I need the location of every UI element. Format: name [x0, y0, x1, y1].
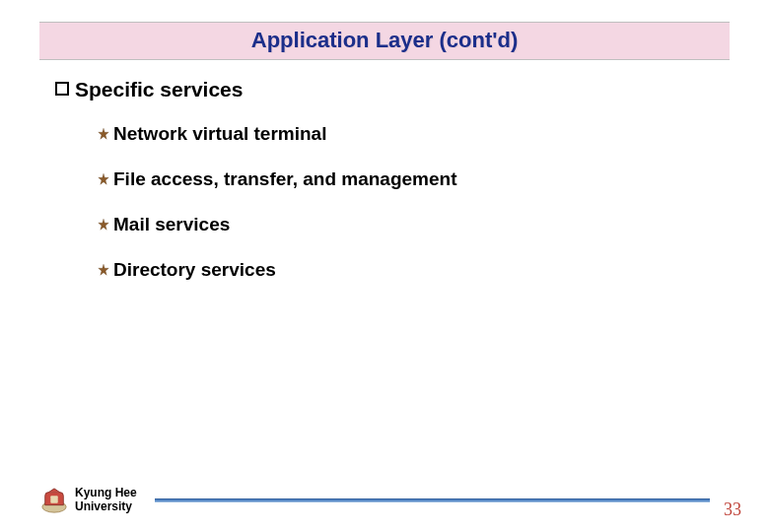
list-item: Mail services	[97, 214, 710, 235]
university-name: Kyung Hee University	[75, 487, 137, 514]
list-item: Network virtual terminal	[97, 123, 710, 145]
star-bullet-icon	[97, 127, 110, 141]
list-item-text: File access, transfer, and management	[113, 168, 457, 190]
list-item-text: Mail services	[113, 214, 230, 235]
list-item-text: Directory services	[113, 259, 276, 281]
university-name-line2: University	[75, 500, 137, 514]
star-bullet-icon	[97, 263, 110, 277]
university-logo-block: Kyung Hee University	[39, 487, 137, 514]
title-bar: Application Layer (cont'd)	[39, 22, 730, 60]
content-area: Specific services Network virtual termin…	[0, 60, 769, 281]
footer-divider-wrap	[137, 499, 720, 502]
list-item: File access, transfer, and management	[97, 168, 710, 190]
heading-text: Specific services	[75, 78, 243, 101]
svg-rect-5	[50, 496, 57, 502]
footer-divider	[155, 499, 710, 502]
page-number: 33	[720, 499, 741, 520]
svg-marker-1	[99, 173, 109, 184]
university-name-line1: Kyung Hee	[75, 487, 137, 500]
star-bullet-icon	[97, 172, 110, 186]
svg-marker-3	[99, 264, 109, 275]
svg-marker-0	[99, 128, 109, 139]
university-crest-icon	[39, 487, 69, 514]
svg-marker-2	[99, 219, 109, 230]
square-bullet-icon	[55, 82, 69, 96]
bullet-list: Network virtual terminal File access, tr…	[97, 123, 710, 281]
list-item: Directory services	[97, 259, 710, 281]
slide-title: Application Layer (cont'd)	[251, 28, 518, 52]
footer: Kyung Hee University 33	[39, 487, 741, 514]
heading-row: Specific services	[55, 78, 710, 101]
list-item-text: Network virtual terminal	[113, 123, 326, 145]
star-bullet-icon	[97, 218, 110, 232]
